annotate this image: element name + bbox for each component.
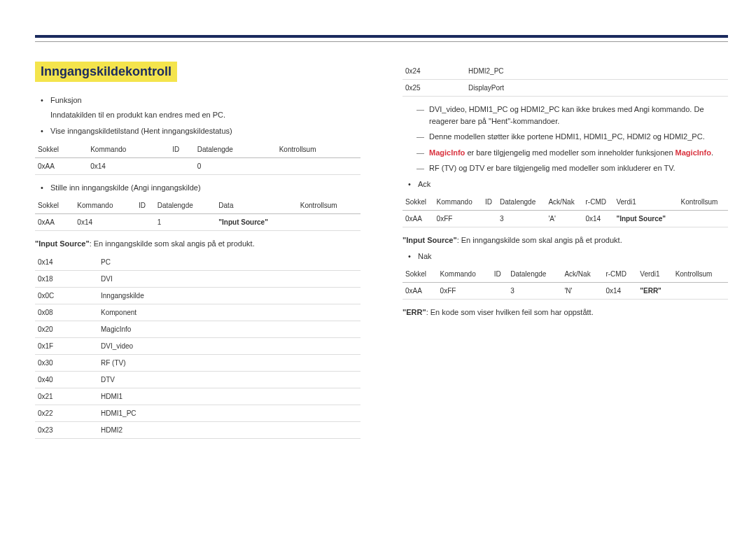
ack-table: Sokkel Kommando ID Datalengde Ack/Nak r-…: [402, 194, 728, 227]
th: Kontrollsum: [298, 197, 360, 214]
td: HDMI2_PC: [465, 63, 728, 80]
th: Verdi1: [613, 194, 678, 211]
right-column: 0x24HDMI2_PC 0x25DisplayPort DVI_video, …: [402, 62, 728, 446]
note-rf: RF (TV) og DTV er bare tilgjengelig med …: [419, 162, 728, 174]
th: ID: [482, 194, 497, 211]
table-row: 0x22HDMI1_PC: [35, 405, 360, 421]
th: Data: [216, 197, 298, 214]
two-column-layout: Inngangskildekontroll Funksjon Inndataki…: [35, 62, 728, 446]
th: Datalengde: [497, 194, 545, 211]
th: Kontrollsum: [678, 194, 728, 211]
td: 1: [155, 214, 216, 231]
td: 0x40: [35, 371, 98, 388]
th: Datalengde: [507, 266, 561, 283]
input-source-desc: "Input Source": En inngangskilde som ska…: [35, 238, 360, 250]
th: Kommando: [88, 141, 169, 158]
td: HDMI1_PC: [98, 405, 360, 421]
td: "Input Source": [613, 211, 678, 227]
err-text: : En kode som viser hvilken feil som har…: [426, 308, 594, 316]
table-row: 0x20MagicInfo: [35, 321, 360, 337]
th: Datalengde: [195, 141, 276, 158]
table-row: 0x30RF (TV): [35, 354, 360, 371]
td: 0x22: [35, 405, 98, 421]
th: Sokkel: [35, 197, 74, 214]
th: ID: [491, 266, 507, 283]
th: Kommando: [438, 266, 491, 283]
nak-table: Sokkel Kommando ID Datalengde Ack/Nak r-…: [402, 266, 728, 300]
td: [673, 283, 728, 300]
td: 0x14: [603, 283, 637, 300]
table-row: 0x23HDMI2: [35, 421, 360, 438]
table-row: 0x24HDMI2_PC: [402, 63, 728, 80]
th: Verdi1: [637, 266, 672, 283]
td: 0x1F: [35, 337, 98, 354]
td: 0xFF: [434, 211, 482, 227]
table-row: 0xAA 0x14 0: [35, 157, 360, 174]
top-divider: [35, 35, 728, 42]
td: 0xFF: [438, 283, 491, 300]
th: Kommando: [74, 197, 136, 214]
table-row: 0xAA 0x14 1 "Input Source": [35, 214, 360, 231]
td: 0xAA: [402, 211, 434, 227]
td: 'A': [545, 211, 582, 227]
nak-bullet: Nak: [411, 251, 728, 262]
table-row: 0x14PC: [35, 254, 360, 271]
funksjon-label: Funksjon: [50, 96, 82, 104]
source-codes-table-cont: 0x24HDMI2_PC 0x25DisplayPort: [402, 63, 728, 97]
table-row: 0xAA 0xFF 3 'A' 0x14 "Input Source": [402, 211, 728, 227]
td: Inngangskilde: [98, 287, 360, 304]
table-row: 0xAA 0xFF 3 'N' 0x14 "ERR": [402, 283, 728, 300]
td: 0x24: [402, 63, 465, 80]
section-heading: Inngangskildekontroll: [35, 62, 177, 82]
td: [678, 211, 728, 227]
td: DTV: [98, 371, 360, 388]
td: 0x14: [88, 157, 169, 174]
period: .: [711, 148, 713, 157]
note-model: Denne modellen støtter ikke portene HDMI…: [419, 131, 728, 143]
table-row: 0x25DisplayPort: [402, 80, 728, 97]
td: 0x14: [74, 214, 136, 231]
th: Ack/Nak: [561, 266, 603, 283]
table-row: 0x08Komponent: [35, 304, 360, 321]
th: Datalengde: [155, 197, 216, 214]
td: 0x0C: [35, 287, 98, 304]
th: Sokkel: [35, 141, 88, 158]
td: HDMI2: [98, 421, 360, 438]
table-row: 0x0CInngangskilde: [35, 287, 360, 304]
magicinfo-label-2: MagicInfo: [676, 148, 711, 157]
td: HDMI1: [98, 388, 360, 405]
td: 0xAA: [35, 214, 74, 231]
desc-label: "Input Source": [402, 236, 457, 244]
source-codes-table: 0x14PC 0x18DVI 0x0CInngangskilde 0x08Kom…: [35, 254, 360, 439]
magicinfo-label: MagicInfo: [429, 148, 465, 157]
desc-label: "Input Source": [35, 239, 90, 248]
td: 0x21: [35, 388, 98, 405]
td: 3: [507, 283, 561, 300]
th: ID: [136, 197, 155, 214]
td: 0x08: [35, 304, 98, 321]
td: PC: [98, 254, 360, 271]
input-source-desc-2: "Input Source": En inngangskilde som ska…: [402, 234, 728, 246]
note-magicinfo: MagicInfo er bare tilgjengelig med model…: [419, 147, 728, 159]
td: DVI: [98, 270, 360, 287]
td: [491, 283, 507, 300]
th: r-CMD: [583, 194, 614, 211]
td: 0x30: [35, 354, 98, 371]
th: Ack/Nak: [545, 194, 582, 211]
funksjon-text: Inndatakilden til en produkt kan endres …: [50, 109, 360, 122]
set-source-table: Sokkel Kommando ID Datalengde Data Kontr…: [35, 197, 360, 231]
th: Sokkel: [402, 194, 434, 211]
td: 0x14: [583, 211, 614, 227]
table-row: 0x1FDVI_video: [35, 337, 360, 354]
stille-bullet: Stille inn inngangskilde (Angi inngangsk…: [43, 182, 360, 194]
td: 0xAA: [35, 157, 88, 174]
td: 0x18: [35, 270, 98, 287]
left-column: Inngangskildekontroll Funksjon Inndataki…: [35, 62, 360, 446]
td: [276, 157, 360, 174]
td: 0x14: [35, 254, 98, 271]
td: Komponent: [98, 304, 360, 321]
th: ID: [169, 141, 195, 158]
td: MagicInfo: [98, 321, 360, 337]
get-status-table: Sokkel Kommando ID Datalengde Kontrollsu…: [35, 141, 360, 175]
td: 0x23: [35, 421, 98, 438]
